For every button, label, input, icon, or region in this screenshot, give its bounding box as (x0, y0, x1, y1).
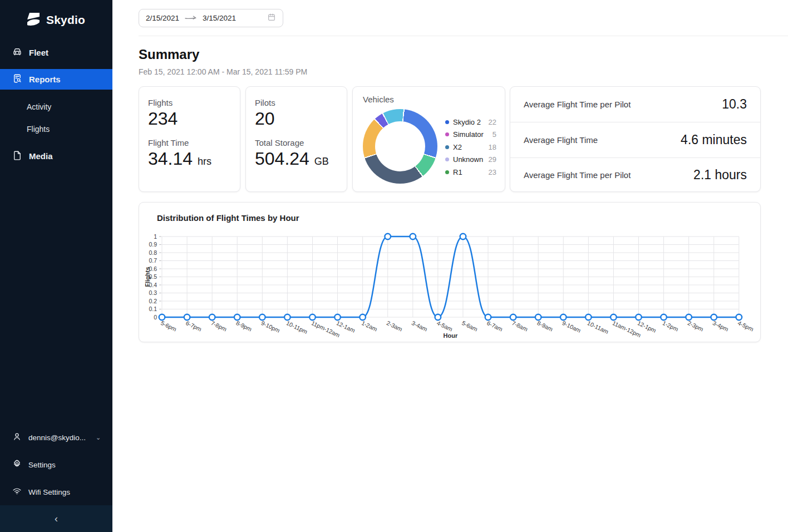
svg-text:3-4am: 3-4am (411, 319, 429, 333)
metric-value: 20 (255, 109, 338, 129)
legend-dot-icon (445, 157, 449, 161)
skydio-logo-icon (26, 11, 41, 29)
svg-text:4-5pm: 4-5pm (737, 319, 755, 333)
arrow-right-icon (185, 14, 197, 22)
average-value: 10.3 (722, 97, 747, 112)
app-window: Skydio Fleet (0, 0, 788, 532)
wifi-icon (12, 486, 22, 497)
metric-unit: GB (314, 156, 329, 167)
chevron-left-icon: ‹ (55, 513, 58, 525)
svg-text:8-9am: 8-9am (536, 319, 554, 333)
sidebar-item-fleet[interactable]: Fleet (0, 42, 112, 62)
gear-icon (12, 459, 22, 470)
legend-label: Simulator (453, 130, 484, 139)
sidebar-item-activity[interactable]: Activity (27, 98, 51, 116)
chevron-down-icon: ⌄ (96, 434, 101, 441)
svg-text:0.9: 0.9 (149, 241, 157, 248)
date-range-picker[interactable]: 2/15/2021 3/15/2021 (139, 9, 283, 27)
sidebar-item-media[interactable]: Media (0, 146, 112, 166)
file-icon (12, 150, 22, 162)
legend-dot-icon (445, 132, 449, 136)
skydio-logo: Skydio (26, 10, 85, 30)
svg-text:2-3am: 2-3am (386, 319, 403, 333)
sidebar: Skydio Fleet (0, 0, 112, 532)
svg-text:10-11pm: 10-11pm (285, 319, 309, 335)
date-from-value[interactable]: 2/15/2021 (146, 14, 179, 22)
metric-value: 34.14 hrs (148, 149, 231, 169)
legend-row: Skydio 222 (445, 116, 496, 129)
svg-text:0: 0 (154, 314, 157, 321)
svg-text:0.1: 0.1 (149, 306, 157, 312)
sidebar-item-label: Wifi Settings (28, 488, 70, 496)
metric-value: 234 (148, 109, 231, 129)
sidebar-item-wifi-settings[interactable]: Wifi Settings (0, 482, 112, 502)
svg-text:Hour: Hour (444, 332, 458, 339)
svg-text:7-8am: 7-8am (511, 319, 529, 333)
skydio-logo-text: Skydio (46, 13, 85, 27)
svg-text:6-7pm: 6-7pm (185, 319, 203, 333)
legend-label: R1 (453, 168, 462, 176)
legend-row: R123 (445, 166, 496, 179)
average-row: Average Flight Time per Pilot10.3 (510, 87, 760, 122)
sidebar-collapse-button[interactable]: ‹ (0, 505, 112, 532)
date-to-value[interactable]: 3/15/2021 (203, 14, 236, 22)
svg-text:3-4pm: 3-4pm (712, 319, 730, 333)
sidebar-item-label: Reports (29, 75, 61, 84)
legend-label: X2 (453, 143, 462, 151)
page-title: Summary (139, 47, 199, 62)
legend-row: X218 (445, 141, 496, 154)
flight-times-line-chart: 10.90.80.70.60.50.40.30.20.105-6pm6-7pm7… (145, 228, 757, 342)
svg-text:4-5am: 4-5am (436, 319, 454, 333)
svg-text:Flights: Flights (145, 267, 151, 287)
svg-text:6-7am: 6-7am (486, 319, 504, 333)
metric-label: Pilots (255, 98, 338, 107)
legend-dot-icon (445, 145, 449, 149)
sidebar-user-menu[interactable]: dennis@skydio... ⌄ (0, 427, 112, 447)
sidebar-item-flights[interactable]: Flights (27, 120, 50, 138)
metric-value: 504.24 GB (255, 149, 338, 169)
legend-dot-icon (445, 170, 449, 174)
average-value: 4.6 minutes (681, 132, 747, 147)
car-icon (12, 47, 22, 58)
metric-unit: hrs (198, 156, 211, 167)
legend-label: Skydio 2 (453, 118, 481, 126)
vehicles-card: Vehicles Skydio 222Simulator5X218Unknown… (352, 86, 505, 192)
averages-card: Average Flight Time per Pilot10.3Average… (510, 86, 761, 192)
svg-text:5-6pm: 5-6pm (160, 319, 178, 333)
chart-title: Distribution of Flight Times by Hour (157, 213, 299, 223)
legend-dot-icon (445, 120, 449, 124)
svg-text:1-2am: 1-2am (361, 319, 378, 333)
sidebar-item-label: Fleet (29, 48, 48, 57)
average-label: Average Flight Time per Pilot (524, 100, 631, 109)
sidebar-item-label: Settings (28, 461, 56, 469)
legend-row: Simulator5 (445, 129, 496, 141)
flight-times-chart-card: Distribution of Flight Times by Hour 10.… (139, 202, 761, 342)
sidebar-item-label: Media (29, 151, 53, 161)
sidebar-item-label: Flights (27, 125, 50, 134)
vehicles-legend: Skydio 222Simulator5X218Unknown29R123 (445, 116, 496, 179)
svg-text:8-9pm: 8-9pm (235, 319, 253, 333)
user-icon (12, 432, 22, 443)
flights-card: Flights 234 Flight Time 34.14 hrs (139, 86, 240, 192)
legend-value: 29 (489, 155, 496, 164)
calendar-icon[interactable] (267, 13, 276, 23)
vehicles-card-title: Vehicles (363, 95, 394, 104)
svg-text:7-8pm: 7-8pm (210, 319, 228, 333)
sidebar-item-settings[interactable]: Settings (0, 455, 112, 475)
report-search-icon (12, 73, 22, 85)
svg-text:2-3pm: 2-3pm (687, 319, 705, 333)
legend-row: Unknown29 (445, 154, 496, 166)
main-content: 2/15/2021 3/15/2021 Summary Feb 15, 2021… (112, 0, 788, 532)
pilots-card: Pilots 20 Total Storage 504.24 GB (245, 86, 347, 192)
svg-text:0.8: 0.8 (149, 249, 157, 256)
legend-value: 23 (489, 168, 496, 176)
donut-hole (375, 121, 425, 171)
svg-text:0.2: 0.2 (149, 298, 157, 304)
svg-text:1: 1 (154, 233, 157, 240)
svg-text:5-6am: 5-6am (461, 319, 479, 333)
svg-text:10-11am: 10-11am (587, 319, 610, 335)
legend-value: 22 (489, 118, 496, 126)
vehicles-donut-chart (363, 109, 437, 184)
metric-label: Total Storage (255, 138, 338, 147)
sidebar-item-reports[interactable]: Reports (0, 69, 112, 90)
